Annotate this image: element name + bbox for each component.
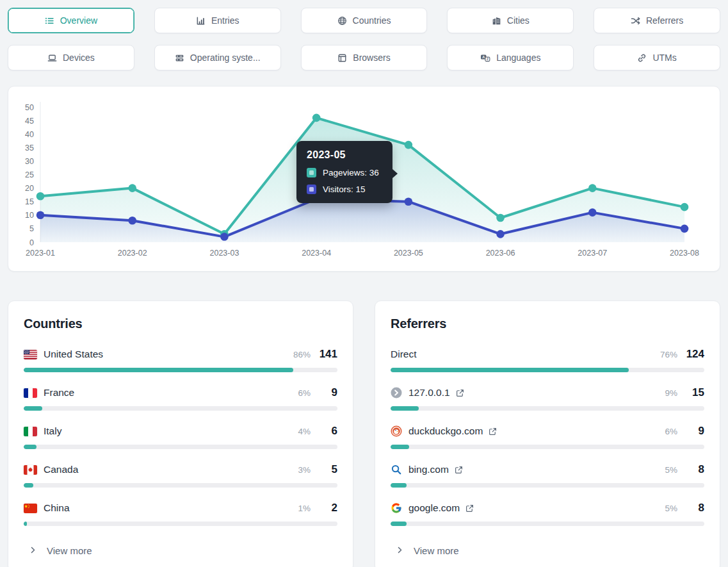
svg-text:25: 25 xyxy=(25,170,34,179)
canada-flag-icon xyxy=(24,465,37,475)
view-more-button[interactable]: View more xyxy=(24,540,92,561)
tab-overview[interactable]: Overview xyxy=(8,8,134,33)
percentage-label: 3% xyxy=(281,465,311,475)
tooltip-series-entry: Visitors: 15 xyxy=(307,185,382,194)
percentage-label: 6% xyxy=(281,388,311,398)
tab-countries[interactable]: Countries xyxy=(301,8,428,33)
globe-icon xyxy=(337,16,347,26)
list-item: Italy 4% 6 xyxy=(24,425,337,449)
item-name: bing.com xyxy=(408,464,449,475)
analytics-dashboard: Overview Entries Countries Cities Referr… xyxy=(0,0,728,567)
tab-cities[interactable]: Cities xyxy=(447,8,574,33)
item-name: 127.0.0.1 xyxy=(408,387,450,399)
percentage-label: 6% xyxy=(648,427,677,436)
progress-bar xyxy=(391,406,704,411)
progress-bar xyxy=(24,483,337,488)
svg-text:40: 40 xyxy=(25,130,34,139)
svg-text:50: 50 xyxy=(25,103,34,112)
svg-text:2023-01: 2023-01 xyxy=(26,249,55,258)
countries-card-title: Countries xyxy=(24,316,337,331)
france-flag-icon xyxy=(24,388,37,398)
external-link-icon[interactable] xyxy=(455,466,463,474)
tab-operating-syste[interactable]: Operating syste... xyxy=(154,45,281,70)
link-icon xyxy=(637,53,647,63)
svg-text:2023-04: 2023-04 xyxy=(302,249,331,258)
count-value: 124 xyxy=(683,348,704,361)
external-link-icon[interactable] xyxy=(456,389,464,397)
item-name: United States xyxy=(44,349,103,360)
tab-bar: Overview Entries Countries Cities Referr… xyxy=(8,8,720,70)
percentage-label: 5% xyxy=(648,504,677,513)
count-value: 141 xyxy=(316,348,337,361)
view-more-button[interactable]: View more xyxy=(391,540,459,561)
count-value: 6 xyxy=(316,425,337,438)
count-value: 15 xyxy=(683,386,704,399)
external-link-icon[interactable] xyxy=(489,427,497,436)
tab-browsers[interactable]: Browsers xyxy=(301,45,428,70)
tooltip-series-text: Visitors: 15 xyxy=(323,185,366,194)
svg-text:Z: Z xyxy=(487,57,489,61)
svg-text:35: 35 xyxy=(25,144,34,152)
tab-utms[interactable]: UTMs xyxy=(594,45,720,70)
tab-languages[interactable]: AZ Languages xyxy=(447,45,574,70)
count-value: 8 xyxy=(683,502,704,514)
progress-bar xyxy=(391,522,704,526)
laptop-icon xyxy=(47,53,57,63)
svg-text:45: 45 xyxy=(25,117,34,126)
percentage-label: 1% xyxy=(281,504,311,513)
progress-bar xyxy=(24,406,337,411)
svg-text:20: 20 xyxy=(25,184,34,193)
item-name: Canada xyxy=(44,464,78,475)
us-flag-icon xyxy=(24,350,37,359)
series-marker-icon xyxy=(307,185,316,194)
progress-bar xyxy=(24,368,337,372)
list-item: France 6% 9 xyxy=(24,386,337,411)
list-item: duckduckgo.com 6% 9 xyxy=(391,425,704,449)
tab-entries[interactable]: Entries xyxy=(154,8,281,33)
count-value: 9 xyxy=(683,425,704,438)
percentage-label: 86% xyxy=(281,350,311,359)
item-name: Italy xyxy=(44,425,61,437)
view-more-label: View more xyxy=(47,545,92,556)
svg-text:2023-02: 2023-02 xyxy=(118,249,147,258)
svg-text:2023-07: 2023-07 xyxy=(578,249,607,258)
italy-flag-icon xyxy=(24,427,37,436)
svg-text:15: 15 xyxy=(25,197,34,206)
tab-devices[interactable]: Devices xyxy=(8,45,134,70)
external-link-icon[interactable] xyxy=(465,504,474,513)
duckduckgo-favicon xyxy=(391,425,402,437)
progress-bar xyxy=(391,445,704,449)
progress-bar xyxy=(24,522,337,526)
svg-text:30: 30 xyxy=(25,157,34,166)
count-value: 5 xyxy=(316,463,337,476)
list-item: 127.0.0.1 9% 15 xyxy=(391,386,704,411)
tooltip-series-text: Pageviews: 36 xyxy=(323,168,379,177)
percentage-label: 4% xyxy=(281,427,311,436)
list-item: United States 86% 141 xyxy=(24,348,337,372)
tab-referrers[interactable]: Referrers xyxy=(594,8,720,33)
view-more-label: View more xyxy=(414,545,459,556)
tooltip-title: 2023-05 xyxy=(307,149,382,161)
percentage-label: 5% xyxy=(648,465,677,475)
count-value: 8 xyxy=(683,463,704,476)
progress-bar xyxy=(24,445,337,449)
item-name: Direct xyxy=(391,349,416,360)
item-name: China xyxy=(44,502,70,514)
svg-text:2023-06: 2023-06 xyxy=(486,249,515,258)
list-item: bing.com 5% 8 xyxy=(391,463,704,488)
buildings-icon xyxy=(492,16,501,26)
count-value: 9 xyxy=(316,386,337,399)
progress-bar xyxy=(391,483,704,488)
shuffle-icon xyxy=(631,16,640,26)
bing-favicon xyxy=(391,464,402,475)
svg-text:0: 0 xyxy=(29,238,34,247)
chevron-right-icon xyxy=(29,545,37,556)
bar-chart-icon xyxy=(196,16,206,26)
item-name: duckduckgo.com xyxy=(408,425,483,437)
server-stack-icon xyxy=(175,53,184,63)
traffic-chart-card: 051015202530354045502023-012023-022023-0… xyxy=(8,86,720,272)
series-marker-icon xyxy=(307,168,316,177)
count-value: 2 xyxy=(316,502,337,514)
list-item: Canada 3% 5 xyxy=(24,463,337,488)
svg-text:A: A xyxy=(482,54,485,58)
